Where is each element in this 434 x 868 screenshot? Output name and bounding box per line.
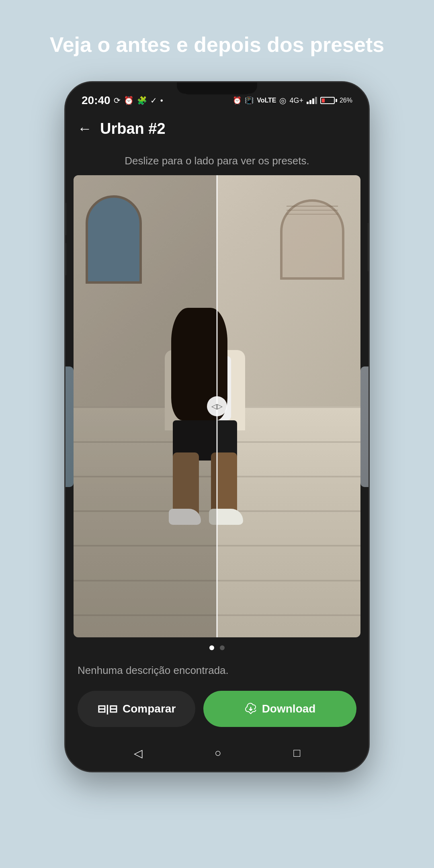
download-label: Download bbox=[262, 702, 316, 715]
signal-bars bbox=[307, 97, 317, 104]
notch bbox=[181, 82, 253, 94]
dot-icon: • bbox=[160, 96, 163, 105]
status-time: 20:40 bbox=[82, 94, 111, 107]
power-button bbox=[368, 223, 370, 271]
pagination-dots bbox=[66, 637, 368, 658]
volte-icon: VoLTE bbox=[257, 97, 276, 104]
image-viewer[interactable]: AMFE ◁▷ bbox=[74, 175, 360, 637]
download-icon bbox=[244, 701, 257, 717]
app-header: ← Urban #2 bbox=[66, 111, 368, 147]
drag-handle[interactable]: ◁▷ bbox=[207, 396, 227, 416]
check-icon: ✓ bbox=[150, 96, 157, 105]
phone-container: 20:40 ⟳ ⏰ 🧩 ✓ • ⏰ 📳 VoLTE ◎ 4G+ bbox=[64, 81, 370, 772]
drag-arrows-icon: ◁▷ bbox=[211, 402, 223, 411]
vibrate-icon: 📳 bbox=[245, 96, 254, 105]
volume-down-button bbox=[64, 243, 66, 275]
image-description: Nenhuma descrição encontrada. bbox=[66, 658, 368, 683]
app-title: Urban #2 bbox=[100, 120, 166, 137]
network-label: 4G+ bbox=[289, 96, 303, 105]
side-peek-left bbox=[64, 366, 74, 487]
compare-icon: ⊟|⊟ bbox=[97, 703, 118, 715]
nav-back-button[interactable]: ◁ bbox=[122, 743, 155, 764]
dot-1[interactable] bbox=[209, 645, 214, 650]
alarm-icon: ⏰ bbox=[124, 96, 134, 105]
nav-recents-button[interactable]: □ bbox=[281, 743, 312, 764]
wifi-icon: ◎ bbox=[279, 96, 286, 105]
download-button[interactable]: Download bbox=[203, 691, 356, 727]
battery-indicator: 26% bbox=[320, 97, 352, 104]
nav-home-button[interactable]: ○ bbox=[203, 743, 233, 764]
arch-window-right bbox=[280, 199, 344, 280]
compare-button[interactable]: ⊟|⊟ Comparar bbox=[78, 691, 195, 727]
phone-screen: 20:40 ⟳ ⏰ 🧩 ✓ • ⏰ 📳 VoLTE ◎ 4G+ bbox=[66, 82, 368, 771]
puzzle-icon: 🧩 bbox=[137, 96, 147, 105]
compare-label: Comparar bbox=[123, 702, 176, 715]
image-subtitle: Deslize para o lado para ver os presets. bbox=[66, 147, 368, 175]
action-bar: ⊟|⊟ Comparar Download bbox=[66, 683, 368, 739]
before-overlay bbox=[74, 175, 217, 637]
side-peek-right bbox=[360, 366, 370, 487]
page-title: Veja o antes e depois dos presets bbox=[26, 0, 408, 81]
dot-2[interactable] bbox=[220, 645, 225, 650]
volume-up-button bbox=[64, 203, 66, 235]
alarm2-icon: ⏰ bbox=[233, 96, 242, 105]
sync-icon: ⟳ bbox=[114, 96, 121, 105]
nav-bar: ◁ ○ □ bbox=[66, 739, 368, 771]
back-button[interactable]: ← bbox=[78, 120, 92, 137]
